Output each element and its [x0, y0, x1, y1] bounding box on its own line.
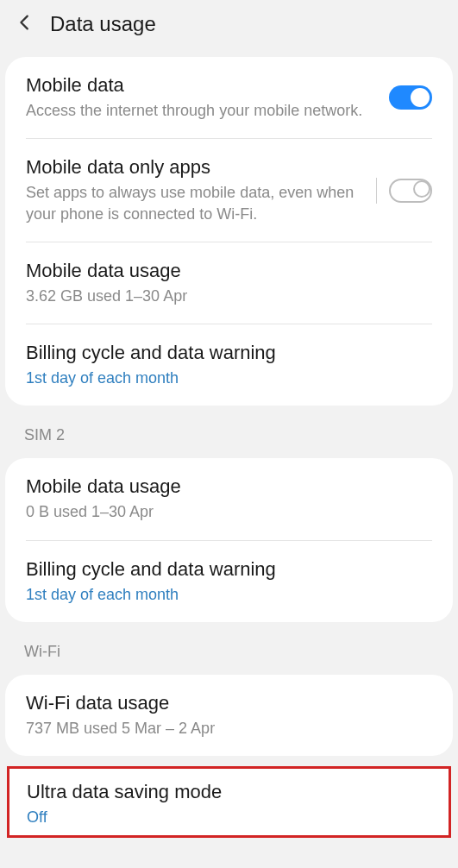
sim2-usage-row[interactable]: Mobile data usage 0 B used 1–30 Apr: [5, 458, 453, 539]
mobile-data-row[interactable]: Mobile data Access the internet through …: [5, 57, 453, 138]
ultra-sub: Off: [27, 807, 431, 827]
billing-cycle-row[interactable]: Billing cycle and data warning 1st day o…: [5, 324, 453, 406]
sim2-billing-row[interactable]: Billing cycle and data warning 1st day o…: [5, 541, 453, 622]
back-icon[interactable]: [16, 13, 35, 35]
only-apps-sub: Set apps to always use mobile data, even…: [26, 182, 366, 224]
sim2-card: Mobile data usage 0 B used 1–30 Apr Bill…: [5, 458, 453, 622]
usage-title: Mobile data usage: [26, 260, 432, 282]
ultra-data-saving-highlighted: Ultra data saving mode Off: [7, 766, 451, 837]
page-title: Data usage: [50, 12, 156, 36]
sim2-billing-title: Billing cycle and data warning: [26, 558, 432, 581]
mobile-data-sub: Access the internet through your mobile …: [26, 100, 389, 121]
sim2-usage-sub: 0 B used 1–30 Apr: [26, 501, 432, 522]
ultra-title: Ultra data saving mode: [27, 781, 431, 803]
sim2-usage-title: Mobile data usage: [26, 475, 432, 498]
sim2-label: SIM 2: [0, 414, 458, 450]
mobile-data-usage-row[interactable]: Mobile data usage 3.62 GB used 1–30 Apr: [5, 242, 453, 324]
header: Data usage: [0, 0, 458, 48]
billing-sub: 1st day of each month: [26, 368, 432, 388]
separator: [376, 178, 377, 204]
mobile-data-only-apps-row[interactable]: Mobile data only apps Set apps to always…: [5, 139, 453, 242]
ultra-data-saving-row[interactable]: Ultra data saving mode Off: [9, 769, 449, 834]
mobile-data-toggle[interactable]: [389, 85, 432, 110]
usage-sub: 3.62 GB used 1–30 Apr: [26, 286, 432, 306]
billing-title: Billing cycle and data warning: [26, 342, 432, 364]
mobile-data-title: Mobile data: [26, 74, 389, 97]
sim1-card: Mobile data Access the internet through …: [5, 57, 453, 406]
wifi-usage-title: Wi-Fi data usage: [26, 692, 432, 714]
only-apps-toggle[interactable]: [389, 179, 432, 203]
wifi-usage-sub: 737 MB used 5 Mar – 2 Apr: [26, 718, 432, 739]
wifi-label: Wi-Fi: [0, 631, 458, 666]
only-apps-title: Mobile data only apps: [26, 156, 366, 179]
wifi-card: Wi-Fi data usage 737 MB used 5 Mar – 2 A…: [5, 675, 453, 756]
wifi-usage-row[interactable]: Wi-Fi data usage 737 MB used 5 Mar – 2 A…: [5, 675, 453, 756]
sim2-billing-sub: 1st day of each month: [26, 584, 432, 605]
